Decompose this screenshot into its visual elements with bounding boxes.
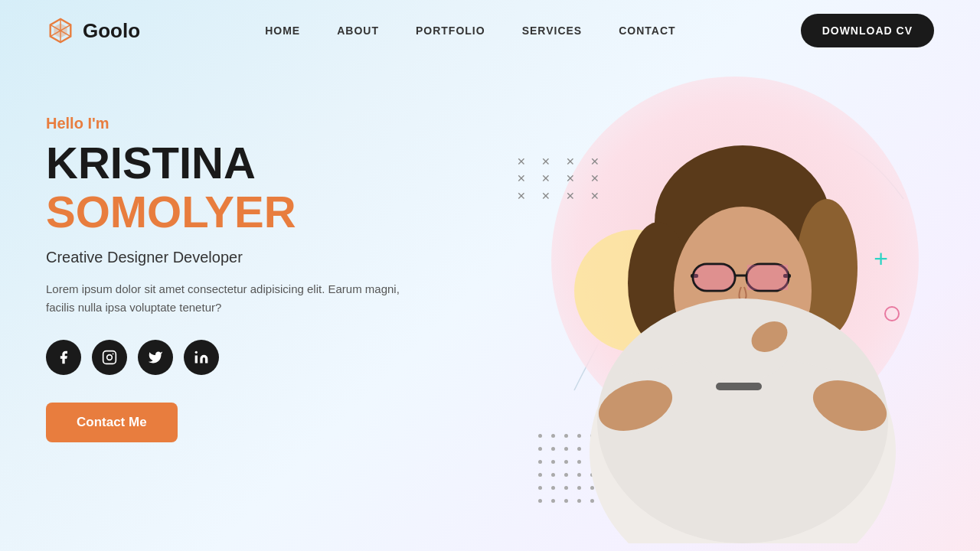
navbar: Goolo HOME ABOUT PORTFOLIO SERVICES CONT… [0, 0, 980, 61]
hero-content: Hello I'm KRISTINA SOMOLYER Creative Des… [46, 92, 475, 442]
hero-visual: ✕ ✕ ✕ ✕ ✕ ✕ ✕ ✕ ✕ ✕ ✕ ✕ [475, 92, 934, 551]
plus-decoration: + [874, 245, 888, 273]
instagram-icon[interactable] [92, 340, 127, 375]
hero-section: Hello I'm KRISTINA SOMOLYER Creative Des… [0, 61, 980, 551]
svg-rect-21 [694, 265, 734, 290]
full-name: KRISTINA SOMOLYER [46, 139, 475, 236]
twitter-icon[interactable] [138, 340, 173, 375]
social-icons [46, 340, 475, 375]
svg-rect-5 [103, 350, 116, 364]
first-name: KRISTINA [46, 138, 254, 187]
logo-icon [46, 16, 75, 45]
nav-item-portfolio[interactable]: PORTFOLIO [416, 24, 485, 37]
contact-me-button[interactable]: Contact Me [46, 403, 178, 442]
circle-outline-decoration [884, 306, 900, 321]
nav-item-home[interactable]: HOME [265, 24, 300, 37]
logo[interactable]: Goolo [46, 16, 140, 45]
svg-rect-26 [716, 383, 762, 390]
svg-point-7 [113, 353, 114, 354]
greeting-text: Hello I'm [46, 115, 475, 132]
nav-item-services[interactable]: SERVICES [522, 24, 583, 37]
bio-text: Lorem ipsum dolor sit amet consectetur a… [46, 280, 413, 317]
person-photo [551, 69, 934, 543]
logo-text: Goolo [83, 19, 140, 43]
facebook-icon[interactable] [46, 340, 81, 375]
last-name: SOMOLYER [46, 187, 296, 236]
nav-links: HOME ABOUT PORTFOLIO SERVICES CONTACT [265, 24, 675, 37]
svg-point-6 [107, 354, 113, 360]
svg-point-8 [195, 350, 198, 353]
nav-item-about[interactable]: ABOUT [337, 24, 379, 37]
linkedin-icon[interactable] [184, 340, 219, 375]
nav-item-contact[interactable]: CONTACT [619, 24, 675, 37]
download-cv-button[interactable]: DOWNLOAD CV [801, 14, 934, 47]
svg-rect-22 [747, 265, 788, 290]
role-text: Creative Designer Developer [46, 249, 475, 266]
